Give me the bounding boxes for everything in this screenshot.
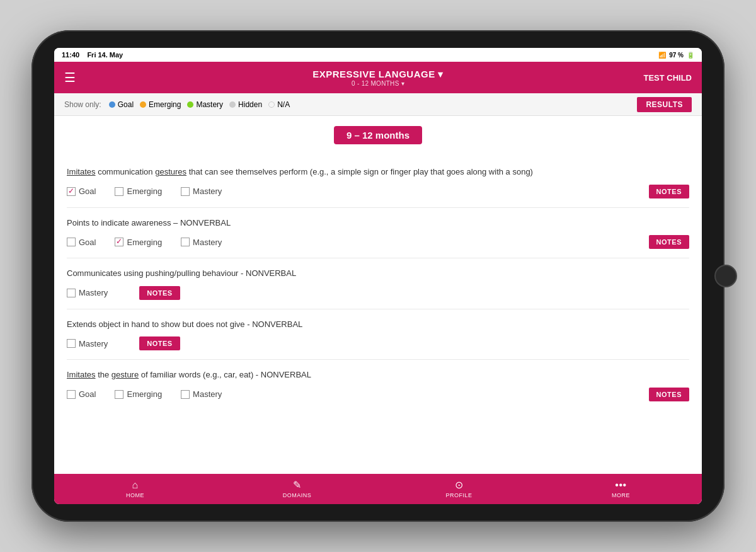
option-mastery[interactable]: Mastery: [181, 389, 222, 399]
option-goal[interactable]: Goal: [67, 238, 96, 247]
item-options: Goal Emerging Mastery NOTES: [67, 235, 689, 249]
mastery-checkbox[interactable]: [181, 390, 190, 399]
child-name: TEST CHILD: [643, 73, 692, 83]
goal-checkbox[interactable]: [67, 390, 76, 399]
goal-label: Goal: [118, 100, 134, 109]
hidden-label: Hidden: [238, 100, 262, 109]
mastery-checkbox[interactable]: [67, 339, 76, 348]
filter-na[interactable]: N/A: [268, 100, 290, 109]
app-header: ☰ EXPRESSIVE LANGUAGE ▾ 0 - 12 MONTHS ▾ …: [54, 62, 702, 93]
period-badge-text: 9 – 12 months: [334, 126, 422, 144]
assessment-item: Communicates using pushing/pulling behav…: [67, 258, 689, 309]
emerging-dot: [140, 101, 146, 108]
notes-button[interactable]: NOTES: [649, 235, 689, 249]
emerging-checkbox[interactable]: [115, 187, 123, 196]
device-frame: 11:40 Fri 14. May 📶 97 % 🔋 ☰ EXPRESSIVE …: [32, 30, 724, 522]
item-description: Communicates using pushing/pulling behav…: [67, 267, 689, 280]
option-emerging[interactable]: Emerging: [115, 389, 162, 399]
option-mastery[interactable]: Mastery: [67, 339, 108, 348]
notes-button[interactable]: NOTES: [649, 388, 689, 401]
notes-button[interactable]: NOTES: [649, 185, 689, 198]
notes-button[interactable]: NOTES: [139, 336, 180, 350]
option-emerging[interactable]: Emerging: [115, 187, 162, 196]
period-badge: 9 – 12 months: [67, 126, 689, 144]
filter-goal[interactable]: Goal: [109, 100, 134, 109]
header-title: EXPRESSIVE LANGUAGE ▾: [312, 69, 444, 80]
mastery-option-label: Mastery: [193, 389, 222, 399]
filter-label: Show only:: [64, 100, 101, 109]
goal-option-label: Goal: [79, 187, 96, 196]
assessment-item: Imitates the gesture of familiar words (…: [67, 360, 689, 410]
screen: 11:40 Fri 14. May 📶 97 % 🔋 ☰ EXPRESSIVE …: [54, 48, 702, 504]
item-description: Imitates communication gestures that can…: [67, 166, 689, 178]
status-right: 📶 97 % 🔋: [658, 52, 694, 59]
results-button[interactable]: RESULTS: [637, 97, 692, 112]
filter-emerging[interactable]: Emerging: [140, 100, 181, 109]
goal-checkbox[interactable]: [67, 187, 76, 196]
mastery-label: Mastery: [196, 100, 223, 109]
bottom-nav: ⌂ HOME ✎ DOMAINS ⊙ PROFILE ••• MORE: [54, 474, 702, 504]
mastery-checkbox[interactable]: [67, 289, 76, 297]
emerging-option-label: Emerging: [127, 238, 162, 247]
filter-bar: Show only: Goal Emerging Mastery Hidden: [54, 93, 702, 116]
home-label: HOME: [126, 492, 144, 498]
option-mastery[interactable]: Mastery: [67, 288, 108, 297]
hamburger-menu[interactable]: ☰: [64, 70, 83, 85]
domains-label: DOMAINS: [283, 492, 312, 498]
item-description: Points to indicate awareness – NONVERBAL: [67, 217, 689, 229]
assessment-item: Points to indicate awareness – NONVERBAL…: [67, 208, 689, 259]
option-mastery[interactable]: Mastery: [181, 238, 222, 247]
assessment-item: Imitates communication gestures that can…: [67, 157, 689, 208]
battery-icon: 🔋: [687, 52, 694, 59]
option-emerging[interactable]: Emerging: [115, 238, 162, 247]
item-description: Extends object in hand to show but does …: [67, 318, 689, 331]
item-description: Imitates the gesture of familiar words (…: [67, 369, 689, 381]
goal-option-label: Goal: [79, 389, 96, 399]
option-goal[interactable]: Goal: [67, 187, 96, 196]
na-dot: [268, 101, 275, 108]
item-options: Goal Emerging Mastery NOTES: [67, 388, 689, 401]
mastery-option-label: Mastery: [79, 288, 108, 297]
imitates-underline2: Imitates: [67, 370, 96, 379]
home-icon: ⌂: [132, 480, 138, 490]
nav-home[interactable]: ⌂ HOME: [54, 476, 216, 502]
mastery-option-label: Mastery: [193, 238, 222, 247]
goal-option-label: Goal: [79, 238, 96, 247]
item-options: Mastery NOTES: [67, 286, 689, 300]
mastery-dot: [187, 101, 193, 108]
nav-domains[interactable]: ✎ DOMAINS: [216, 476, 378, 502]
mastery-checkbox[interactable]: [181, 187, 190, 196]
filter-mastery[interactable]: Mastery: [187, 100, 223, 109]
more-label: MORE: [612, 492, 630, 498]
physical-home-button[interactable]: [714, 265, 737, 287]
filter-hidden[interactable]: Hidden: [229, 100, 262, 109]
goal-checkbox[interactable]: [67, 238, 76, 246]
option-goal[interactable]: Goal: [67, 389, 96, 399]
emerging-label: Emerging: [149, 100, 181, 109]
status-time: 11:40 Fri 14. May: [62, 51, 123, 59]
nav-profile[interactable]: ⊙ PROFILE: [378, 476, 540, 502]
goal-dot: [109, 101, 115, 108]
filter-options: Goal Emerging Mastery Hidden N/A: [109, 100, 630, 109]
gestures-underline: gestures: [155, 167, 186, 176]
emerging-checkbox[interactable]: [115, 238, 123, 246]
emerging-option-label: Emerging: [127, 389, 162, 399]
profile-icon: ⊙: [455, 480, 464, 490]
gesture-underline: gesture: [112, 370, 139, 379]
option-mastery[interactable]: Mastery: [181, 187, 222, 196]
battery-level: 97 %: [669, 52, 684, 59]
nav-more[interactable]: ••• MORE: [540, 476, 702, 502]
status-bar: 11:40 Fri 14. May 📶 97 % 🔋: [54, 48, 702, 62]
mastery-checkbox[interactable]: [181, 238, 190, 246]
notes-button[interactable]: NOTES: [139, 286, 180, 300]
main-content: 9 – 12 months Imitates communication ges…: [54, 116, 702, 474]
wifi-icon: 📶: [658, 52, 666, 59]
item-options: Goal Emerging Mastery NOTES: [67, 185, 689, 198]
mastery-option-label: Mastery: [79, 339, 108, 348]
mastery-option-label: Mastery: [193, 187, 222, 196]
na-label: N/A: [277, 100, 290, 109]
hidden-dot: [229, 101, 236, 108]
profile-label: PROFILE: [445, 492, 472, 498]
item-options: Mastery NOTES: [67, 336, 689, 350]
emerging-checkbox[interactable]: [115, 390, 123, 399]
